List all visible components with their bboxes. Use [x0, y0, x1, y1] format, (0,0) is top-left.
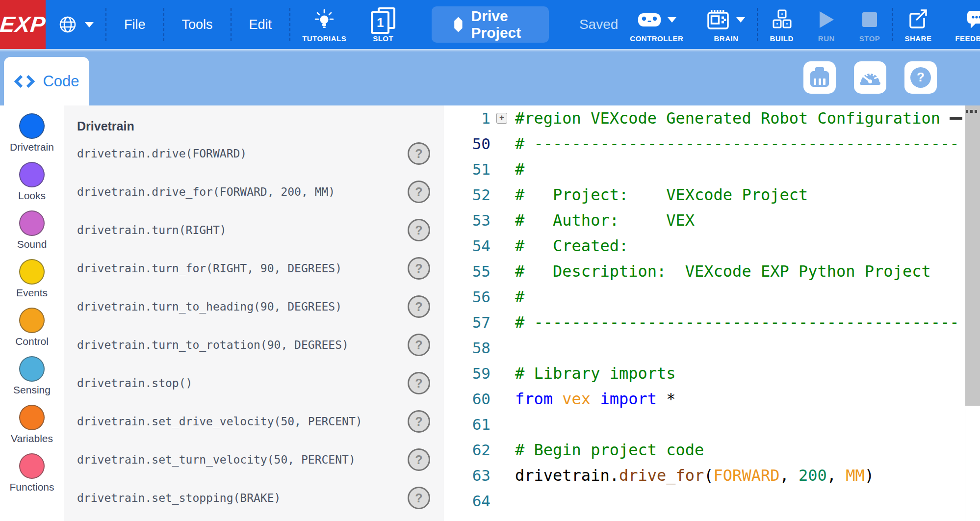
command-row: drivetrain.set_stopping(BRAKE)? — [64, 479, 444, 517]
sidebar-item-functions[interactable]: Functions — [0, 453, 64, 502]
menu-edit[interactable]: Edit — [232, 0, 290, 49]
subbar-buttons: ? — [803, 61, 937, 94]
build-button[interactable]: BUILD — [758, 0, 805, 49]
gutter-fold-area — [490, 310, 515, 335]
vexcode-app-window: EXP File Tools Edit — [0, 0, 980, 521]
scrollbar-thumb[interactable] — [965, 105, 980, 406]
line-number: 53 — [444, 208, 490, 233]
command-snippet[interactable]: drivetrain.set_stopping(BRAKE) — [77, 492, 281, 504]
gutter-fold-area — [490, 182, 515, 208]
category-circle-icon[interactable] — [19, 210, 45, 236]
sidebar-item-drivetrain[interactable]: Drivetrain — [0, 113, 64, 162]
command-row: drivetrain.turn_to_rotation(90, DEGREES)… — [64, 326, 444, 364]
command-snippet[interactable]: drivetrain.stop() — [77, 377, 192, 390]
code-text: from vex import * — [515, 386, 980, 412]
slot-button[interactable]: 1 SLOT — [358, 0, 408, 49]
gutter-fold-area — [490, 131, 515, 156]
tutorials-button[interactable]: TUTORIALS — [290, 0, 358, 49]
line-number: 1 — [444, 105, 490, 131]
line-number: 52 — [444, 182, 490, 208]
code-line: 54# Created: — [444, 233, 980, 259]
command-snippet[interactable]: drivetrain.set_turn_velocity(50, PERCENT… — [77, 453, 356, 466]
monitor-button[interactable] — [854, 61, 886, 94]
command-snippet[interactable]: drivetrain.turn_for(RIGHT, 90, DEGREES) — [77, 262, 342, 275]
sidebar-item-control[interactable]: Control — [0, 308, 64, 356]
code-line: 56# — [444, 284, 980, 310]
tab-code[interactable]: Code — [4, 57, 89, 105]
category-circle-icon[interactable] — [19, 405, 45, 430]
stop-button[interactable]: STOP — [848, 0, 892, 49]
command-snippet[interactable]: drivetrain.turn_to_rotation(90, DEGREES) — [77, 339, 349, 351]
command-help-button[interactable]: ? — [408, 372, 430, 394]
command-help-button[interactable]: ? — [408, 142, 430, 165]
gutter-fold-area — [490, 335, 515, 361]
gutter-fold-area — [490, 208, 515, 233]
sidebar-item-sound[interactable]: Sound — [0, 210, 64, 259]
project-name-button[interactable]: Drive Project — [432, 6, 549, 43]
gutter-fold-area — [490, 259, 515, 284]
help-button[interactable]: ? — [904, 61, 937, 94]
stop-label: STOP — [859, 34, 880, 43]
command-help-button[interactable]: ? — [408, 487, 430, 509]
command-help-button[interactable]: ? — [408, 295, 430, 318]
command-help-button[interactable]: ? — [408, 448, 430, 471]
command-snippet[interactable]: drivetrain.set_drive_velocity(50, PERCEN… — [77, 415, 362, 428]
globe-icon — [57, 14, 78, 35]
code-line: 59# Library imports — [444, 361, 980, 386]
run-button[interactable]: RUN — [805, 0, 848, 49]
brain-button[interactable]: BRAIN — [695, 0, 757, 49]
category-label: Sound — [17, 238, 47, 250]
sidebar-item-looks[interactable]: Looks — [0, 162, 64, 210]
command-help-button[interactable]: ? — [408, 410, 430, 433]
code-editor[interactable]: 1+#region VEXcode Generated Robot Config… — [444, 105, 980, 521]
category-circle-icon[interactable] — [19, 453, 45, 479]
controller-button[interactable]: CONTROLLER — [618, 0, 695, 49]
sidebar-item-variables[interactable]: Variables — [0, 405, 64, 453]
feedback-button[interactable]: FEEDBACK — [943, 0, 980, 49]
share-label: SHARE — [904, 34, 931, 43]
code-text: # Project: VEXcode Project — [515, 182, 980, 208]
gutter-fold-area — [490, 386, 515, 412]
devices-button[interactable] — [803, 61, 836, 94]
command-help-button[interactable]: ? — [408, 334, 430, 356]
device-port-icon — [810, 67, 829, 88]
clipped-text-mark — [950, 117, 962, 120]
share-button[interactable]: SHARE — [893, 0, 943, 49]
line-number: 61 — [444, 412, 490, 437]
code-line: 53# Author: VEX — [444, 208, 980, 233]
category-label: Events — [16, 287, 48, 299]
slot-number: 1 — [371, 11, 389, 34]
code-text: #region VEXcode Generated Robot Configur… — [515, 105, 980, 131]
run-label: RUN — [818, 34, 835, 43]
command-snippet[interactable]: drivetrain.drive(FORWARD) — [77, 147, 247, 160]
command-snippet[interactable]: drivetrain.turn(RIGHT) — [77, 224, 227, 236]
command-help-button[interactable]: ? — [408, 181, 430, 203]
category-sidebar: DrivetrainLooksSoundEventsControlSensing… — [0, 105, 64, 521]
category-circle-icon[interactable] — [19, 356, 45, 382]
slot-label: SLOT — [373, 34, 393, 43]
sidebar-item-events[interactable]: Events — [0, 259, 64, 308]
command-help-button[interactable]: ? — [408, 257, 430, 280]
category-circle-icon[interactable] — [19, 308, 45, 333]
line-number: 58 — [444, 335, 490, 361]
category-circle-icon[interactable] — [19, 113, 45, 139]
code-line: 51# — [444, 156, 980, 182]
chevron-down-icon — [736, 17, 745, 23]
command-snippet[interactable]: drivetrain.drive_for(FORWARD, 200, MM) — [77, 185, 335, 198]
language-menu[interactable] — [46, 0, 105, 49]
overview-ruler-marks — [966, 110, 979, 113]
command-help-button[interactable]: ? — [408, 219, 430, 241]
category-circle-icon[interactable] — [19, 162, 45, 187]
sidebar-item-sensing[interactable]: Sensing — [0, 356, 64, 405]
category-circle-icon[interactable] — [19, 259, 45, 285]
fold-expand-icon[interactable]: + — [496, 113, 507, 124]
menu-tools[interactable]: Tools — [164, 0, 231, 49]
code-text: # --------------------------------------… — [515, 310, 980, 335]
menu-file[interactable]: File — [106, 0, 163, 49]
controller-icon — [637, 10, 662, 29]
editor-scrollbar[interactable] — [965, 105, 980, 521]
code-text: # — [515, 284, 980, 310]
gutter-fold-area — [490, 412, 515, 437]
gutter-fold-area — [490, 233, 515, 259]
command-snippet[interactable]: drivetrain.turn_to_heading(90, DEGREES) — [77, 300, 342, 313]
